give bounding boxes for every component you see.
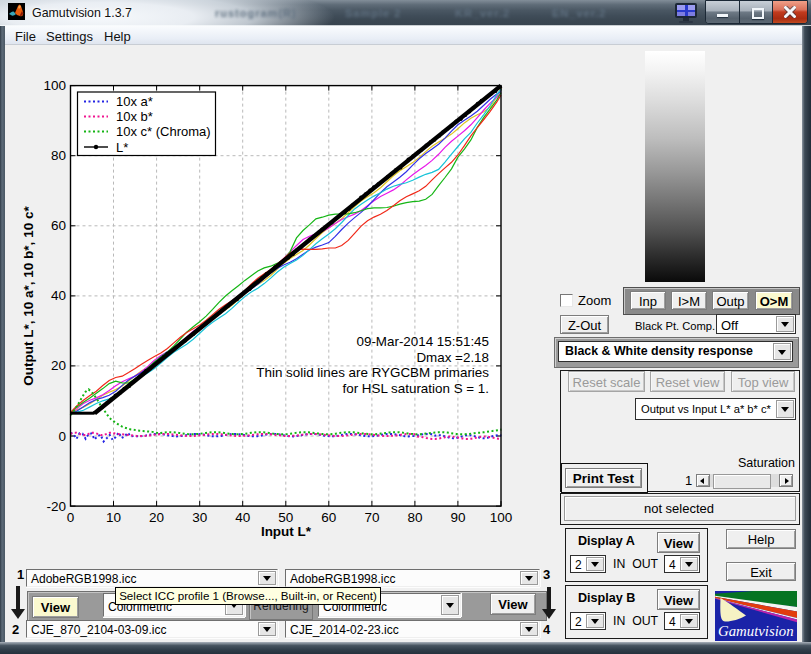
svg-text:0: 0 bbox=[67, 510, 75, 525]
svg-text:60: 60 bbox=[51, 218, 66, 233]
svg-text:50: 50 bbox=[278, 510, 293, 525]
svg-text:-20: -20 bbox=[46, 499, 66, 514]
svg-text:40: 40 bbox=[235, 510, 250, 525]
svg-text:Thin solid lines are RYGCBM pr: Thin solid lines are RYGCBM primaries bbox=[256, 365, 489, 380]
svg-text:Dmax =2.18: Dmax =2.18 bbox=[416, 350, 489, 365]
svg-text:90: 90 bbox=[450, 510, 465, 525]
svg-text:10x b*: 10x b* bbox=[116, 109, 153, 124]
svg-text:100: 100 bbox=[490, 510, 513, 525]
svg-text:Input L*: Input L* bbox=[261, 524, 312, 539]
svg-text:L*: L* bbox=[116, 140, 128, 155]
svg-text:30: 30 bbox=[192, 510, 207, 525]
svg-text:70: 70 bbox=[364, 510, 379, 525]
svg-text:Output L*, 10 a*, 10 b*, 10 c*: Output L*, 10 a*, 10 b*, 10 c* bbox=[21, 206, 36, 386]
svg-text:40: 40 bbox=[51, 288, 66, 303]
svg-text:0: 0 bbox=[58, 429, 66, 444]
svg-text:10: 10 bbox=[106, 510, 121, 525]
svg-text:10x c* (Chroma): 10x c* (Chroma) bbox=[116, 124, 211, 139]
svg-text:100: 100 bbox=[43, 78, 66, 93]
svg-text:Gamutvision: Gamutvision bbox=[718, 623, 794, 639]
svg-text:80: 80 bbox=[407, 510, 422, 525]
svg-text:20: 20 bbox=[149, 510, 164, 525]
svg-text:60: 60 bbox=[321, 510, 336, 525]
svg-text:09-Mar-2014 15:51:45: 09-Mar-2014 15:51:45 bbox=[356, 334, 489, 349]
svg-text:20: 20 bbox=[51, 358, 66, 373]
svg-text:80: 80 bbox=[51, 148, 66, 163]
svg-text:10x a*: 10x a* bbox=[116, 94, 153, 109]
svg-text:for HSL saturation S = 1.: for HSL saturation S = 1. bbox=[342, 381, 489, 396]
